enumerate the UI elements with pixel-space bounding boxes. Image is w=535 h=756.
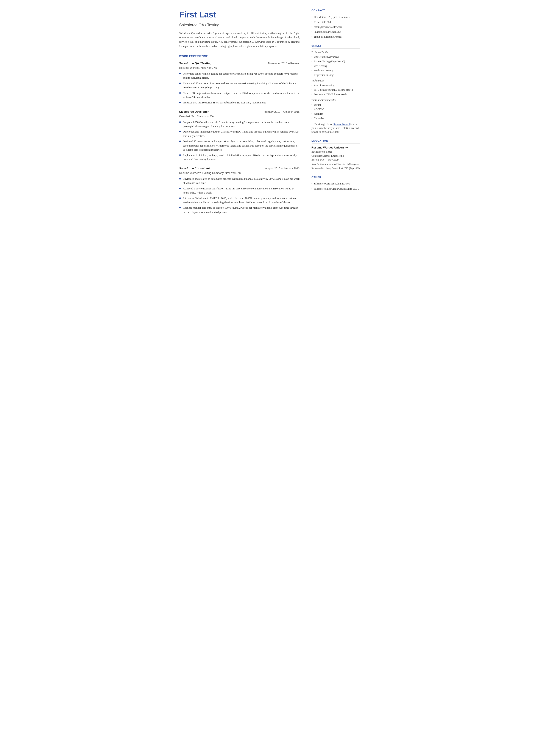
other-item-1: • Salesforce Sales Cloud Consultant (SSC… bbox=[312, 187, 360, 191]
contact-bullet-icon: • bbox=[312, 35, 312, 39]
skill-item: •UAT Testing bbox=[312, 64, 360, 68]
resume-page: First Last Salesforce QA / Testing Sales… bbox=[171, 0, 365, 274]
skill-bullet-icon: • bbox=[312, 69, 312, 72]
skill-item: •Regression Testing bbox=[312, 73, 360, 77]
bullet-item: Created 3K bugs in 4 sandboxes and assig… bbox=[179, 91, 300, 99]
other-bullet-icon: • bbox=[312, 187, 312, 191]
bullet-item: Achieved a 99% customer satisfaction rat… bbox=[179, 187, 300, 195]
contact-item-2: • email@resumeworded.com bbox=[312, 25, 360, 29]
edu-school: Resume Worded University bbox=[312, 146, 360, 150]
skill-item: •Cucumber bbox=[312, 116, 360, 120]
job-company-1: Resume Worded, New York, NY bbox=[179, 66, 300, 70]
skill-bullet-icon: • bbox=[312, 88, 312, 92]
bullet-item: Prepared 350 test scenarios & test cases… bbox=[179, 101, 300, 105]
skill-bullet-icon: • bbox=[312, 55, 312, 59]
skill-item: •System Testing (Experienced) bbox=[312, 60, 360, 63]
skill-bullet-icon: • bbox=[312, 103, 312, 107]
bullet-item: Reduced manual data entry of staff by 10… bbox=[179, 206, 300, 214]
techniques-label: Techniques: bbox=[312, 79, 360, 83]
bullet-icon bbox=[179, 73, 181, 74]
skill-bullet-icon: • bbox=[312, 116, 312, 120]
bullet-icon bbox=[179, 188, 181, 189]
skill-item: •Unit Testing (Advanced) bbox=[312, 55, 360, 59]
bullet-item: Designed 25 components including custom … bbox=[179, 139, 300, 152]
contact-section: CONTACT • Des Moines, IA (Open to Remote… bbox=[312, 9, 360, 39]
job-company-3: Resume Worded's Exciting Company, New Yo… bbox=[179, 171, 300, 175]
tools-label: Tools and Frameworks: bbox=[312, 98, 360, 102]
bullet-icon bbox=[179, 178, 181, 180]
skill-item: •Testim bbox=[312, 103, 360, 107]
other-bullet-icon: • bbox=[312, 182, 312, 185]
contact-bullet-icon: • bbox=[312, 25, 312, 29]
skill-item: •Workday bbox=[312, 112, 360, 116]
left-column: First Last Salesforce QA / Testing Sales… bbox=[171, 0, 306, 274]
job-company-2: Growthsi, San Francisco, CA bbox=[179, 114, 300, 119]
skill-bullet-icon: • bbox=[312, 107, 312, 111]
skill-bullet-icon: • bbox=[312, 93, 312, 96]
bullet-item: Envisaged and created an automated proce… bbox=[179, 177, 300, 185]
skill-item: •Force.com IDE (Eclipse-based) bbox=[312, 93, 360, 96]
skill-item: •ACCELQ bbox=[312, 107, 360, 111]
candidate-name: First Last bbox=[179, 9, 300, 21]
job-title-2: Salesforce Developer bbox=[179, 110, 209, 114]
bullet-icon bbox=[179, 92, 181, 94]
skill-bullet-icon: • bbox=[312, 60, 312, 63]
skill-bullet-icon: • bbox=[312, 64, 312, 68]
bullet-item: Supported 650 Growthsi users in 8 countr… bbox=[179, 120, 300, 129]
contact-title: CONTACT bbox=[312, 9, 360, 14]
bullet-icon bbox=[179, 83, 181, 84]
contact-bullet-icon: • bbox=[312, 30, 312, 34]
edu-field: Computer Science Engineering bbox=[312, 154, 360, 158]
promo-bullet-icon: • bbox=[312, 123, 312, 126]
contact-item-3: • linkedin.com/in/username bbox=[312, 30, 360, 34]
job-title-3: Salesforce Consultant bbox=[179, 166, 210, 171]
bullet-item: Maintained 25 versions of test sets and … bbox=[179, 81, 300, 90]
job-dates-3: August 2010 – January 2013 bbox=[265, 167, 300, 171]
skill-item: •Production Testing bbox=[312, 69, 360, 72]
job-dates-1: November 2015 – Present bbox=[268, 61, 300, 66]
resume-header: First Last Salesforce QA / Testing Sales… bbox=[179, 9, 300, 48]
edu-date: Boston, MA — May 2009 bbox=[312, 158, 360, 162]
job-bullets-1: Performed sanity / smoke testing for eac… bbox=[179, 72, 300, 105]
skill-item: •HP Unified Functional Testing (UFT) bbox=[312, 88, 360, 92]
contact-item-0: • Des Moines, IA (Open to Remote) bbox=[312, 15, 360, 19]
bullet-item: Developed and implemented Apex Classes, … bbox=[179, 130, 300, 138]
job-header-1: Salesforce QA / Testing November 2015 – … bbox=[179, 61, 300, 66]
resume-worded-link[interactable]: Resume Worded bbox=[333, 123, 350, 126]
contact-bullet-icon: • bbox=[312, 20, 312, 24]
bullet-icon bbox=[179, 197, 181, 199]
bullet-icon bbox=[179, 207, 181, 209]
skill-bullet-icon: • bbox=[312, 112, 312, 116]
work-experience-section: WORK EXPERIENCE Salesforce QA / Testing … bbox=[179, 54, 300, 214]
other-item-0: • Salesforce Certified Administrator. bbox=[312, 182, 360, 185]
technical-skills-label: Technical Skills: bbox=[312, 50, 360, 54]
skills-title: SKILLS bbox=[312, 44, 360, 49]
skill-item: •Apex Programming bbox=[312, 83, 360, 87]
job-header-3: Salesforce Consultant August 2010 – Janu… bbox=[179, 166, 300, 171]
job-header-2: Salesforce Developer February 2013 – Oct… bbox=[179, 110, 300, 114]
job-bullets-2: Supported 650 Growthsi users in 8 countr… bbox=[179, 120, 300, 162]
edu-degree: Bachelor of Science bbox=[312, 150, 360, 154]
contact-bullet-icon: • bbox=[312, 15, 312, 19]
right-column: CONTACT • Des Moines, IA (Open to Remote… bbox=[306, 0, 365, 274]
job-block-3: Salesforce Consultant August 2010 – Janu… bbox=[179, 166, 300, 214]
bullet-icon bbox=[179, 141, 181, 142]
skill-bullet-icon: • bbox=[312, 83, 312, 87]
contact-item-4: • github.com/resumeworded bbox=[312, 35, 360, 39]
contact-item-1: • +1-555-332-454 bbox=[312, 20, 360, 24]
edu-awards: Awards: Resume Worded Teaching Fellow (o… bbox=[312, 163, 360, 170]
bullet-item: Implemented pick lists, lookups, master-… bbox=[179, 153, 300, 162]
education-title: EDUCATION bbox=[312, 139, 360, 144]
job-block-1: Salesforce QA / Testing November 2015 – … bbox=[179, 61, 300, 105]
education-section: EDUCATION Resume Worded University Bache… bbox=[312, 139, 360, 170]
skill-bullet-icon: • bbox=[312, 73, 312, 77]
bullet-item: Introduced Salesforce to RWEC in 2010, w… bbox=[179, 196, 300, 205]
job-title-1: Salesforce QA / Testing bbox=[179, 61, 211, 66]
bullet-icon bbox=[179, 154, 181, 156]
skills-section: SKILLS Technical Skills: •Unit Testing (… bbox=[312, 44, 360, 134]
promo-text: • Don't forget to use Resume Worded to s… bbox=[312, 123, 360, 134]
work-experience-title: WORK EXPERIENCE bbox=[179, 54, 300, 59]
job-dates-2: February 2013 – October 2015 bbox=[263, 110, 300, 114]
other-title: OTHER bbox=[312, 176, 360, 180]
bullet-icon bbox=[179, 121, 181, 123]
